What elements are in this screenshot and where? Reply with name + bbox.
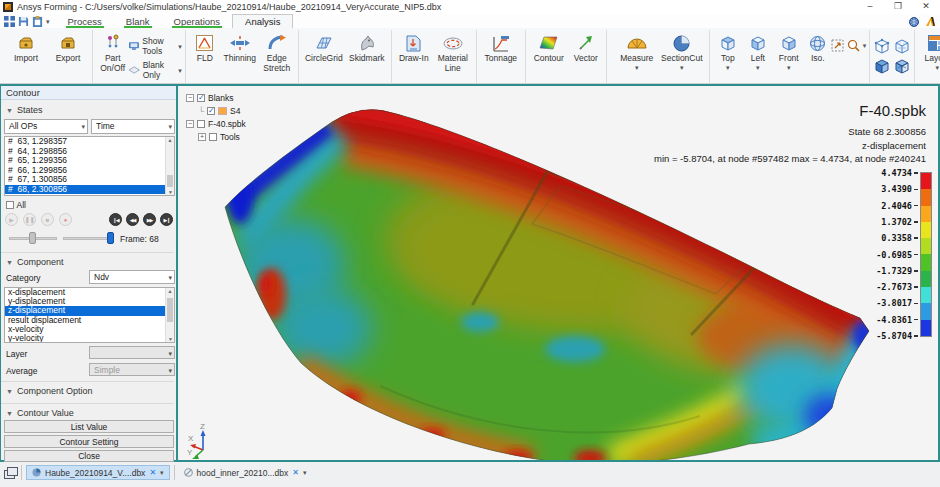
import-button[interactable]: Import bbox=[5, 31, 47, 64]
vector-icon bbox=[578, 33, 593, 53]
close-tab-icon[interactable]: ✕ bbox=[149, 468, 156, 477]
tab-operations[interactable]: Operations bbox=[162, 15, 232, 28]
expand-expander-icon[interactable]: + bbox=[198, 133, 206, 141]
record-button[interactable]: ● bbox=[59, 213, 72, 226]
shading-shaded-icon[interactable] bbox=[873, 57, 891, 75]
all-states-checkbox[interactable]: All bbox=[6, 200, 26, 210]
chevron-down-icon[interactable]: ▾ bbox=[160, 469, 164, 477]
cube-front-icon bbox=[780, 33, 798, 53]
show-tools-button[interactable]: Show Tools ▾ bbox=[129, 36, 181, 56]
component-section-header[interactable]: ▼ Component bbox=[1, 256, 176, 268]
help-icon[interactable] bbox=[909, 17, 919, 27]
frame-slider-handle[interactable] bbox=[107, 232, 114, 244]
minimize-button[interactable]: – bbox=[856, 0, 884, 14]
next-frame-button[interactable]: ▶▶ bbox=[143, 213, 156, 226]
checkbox-icon[interactable] bbox=[207, 107, 215, 115]
window-list-icon[interactable] bbox=[4, 467, 17, 479]
drawin-button[interactable]: Draw-In bbox=[395, 31, 433, 64]
export-button[interactable]: Export bbox=[47, 31, 89, 64]
component-scrollbar[interactable]: ▲▼ bbox=[165, 288, 174, 342]
close-panel-button[interactable]: Close bbox=[4, 450, 174, 462]
pause-button[interactable]: ❚❚ bbox=[23, 213, 36, 226]
contour-value-section-header[interactable]: ▼ Contour Value bbox=[1, 407, 176, 419]
paste-icon[interactable] bbox=[32, 16, 43, 27]
tree-item-blanks[interactable]: − Blanks bbox=[186, 91, 246, 104]
contour-icon bbox=[539, 33, 558, 53]
sectioncut-button[interactable]: SectionCut ▾ bbox=[658, 31, 706, 71]
view-front-button[interactable]: Front ▾ bbox=[773, 31, 805, 71]
ansys-logo-icon bbox=[925, 17, 936, 27]
tonnage-button[interactable]: Tonnage bbox=[480, 31, 522, 64]
blank-only-button[interactable]: Blank Only ▾ bbox=[129, 60, 181, 80]
close-button[interactable]: ✕ bbox=[912, 0, 940, 14]
component-item[interactable]: y-velocity bbox=[5, 334, 174, 343]
skidmark-button[interactable]: Skidmark bbox=[346, 31, 388, 64]
component-list[interactable]: x-displacement y-displacement z-displace… bbox=[4, 287, 175, 343]
prev-frame-button[interactable]: ◀◀ bbox=[126, 213, 139, 226]
component-option-section-header[interactable]: ▼ Component Option bbox=[1, 385, 176, 397]
axis-z-label: Z bbox=[200, 422, 205, 431]
edge-stretch-button[interactable]: Edge Stretch bbox=[259, 31, 295, 74]
shading-shaded-edges-icon[interactable] bbox=[893, 57, 911, 75]
first-frame-button[interactable]: ❙◀ bbox=[109, 213, 122, 226]
chevron-down-icon[interactable]: ▾ bbox=[863, 42, 867, 49]
layout-button[interactable]: Layout ▾ bbox=[918, 31, 940, 71]
tab-analysis[interactable]: Analysis bbox=[232, 14, 293, 28]
category-dropdown[interactable]: Ndv ▾ bbox=[89, 270, 175, 284]
zoom-icon[interactable] bbox=[847, 39, 860, 52]
grid-icon[interactable] bbox=[4, 16, 15, 27]
measure-button[interactable]: Measure ▾ bbox=[616, 31, 658, 71]
axis-y-label: Y bbox=[187, 448, 193, 457]
collapse-expander-icon[interactable]: − bbox=[186, 120, 194, 128]
maximize-button[interactable]: ❐ bbox=[884, 0, 912, 14]
document-tab-active[interactable]: Haube_20210914_V....dbx ✕ ▾ bbox=[26, 465, 170, 480]
state-item-selected[interactable]: # 68, 2.300856 bbox=[5, 185, 174, 195]
tab-blank[interactable]: Blank bbox=[114, 15, 162, 28]
app-window: Ansys Forming - C:/Users/volke/Simulatio… bbox=[0, 0, 940, 487]
collapse-expander-icon[interactable]: − bbox=[186, 94, 194, 102]
colorbar-segment bbox=[921, 222, 931, 238]
states-section-header[interactable]: ▼ States bbox=[1, 104, 176, 116]
chevron-down-icon[interactable]: ▾ bbox=[46, 18, 50, 25]
hood-model[interactable] bbox=[180, 86, 938, 460]
speed-slider-handle[interactable] bbox=[29, 232, 36, 244]
states-scrollbar[interactable]: ▲▼ bbox=[165, 137, 174, 195]
sort-mode-dropdown[interactable]: Time ▾ bbox=[91, 119, 175, 134]
view-left-button[interactable]: Left ▾ bbox=[743, 31, 773, 71]
tree-item-s4[interactable]: └ S4 bbox=[186, 104, 246, 117]
shading-wireframe-icon[interactable] bbox=[873, 37, 891, 55]
checkbox-icon[interactable] bbox=[197, 94, 205, 102]
part-onoff-button[interactable]: Part On/Off bbox=[96, 31, 129, 74]
document-tab[interactable]: hood_inner_20210...dbx ✕ ▾ bbox=[179, 465, 312, 480]
checkbox-icon[interactable] bbox=[197, 120, 205, 128]
circlegrid-button[interactable]: CircleGrid bbox=[302, 31, 346, 64]
colorbar-value: 3.4390 bbox=[881, 184, 918, 194]
fld-button[interactable]: FLD bbox=[189, 31, 221, 64]
ribbon-toolbar: Import Export Part On/Off Show Tools ▾ bbox=[0, 28, 940, 84]
view-iso-button[interactable]: Iso. bbox=[805, 31, 831, 64]
states-list[interactable]: # 63, 1.298357 # 64, 1.298856 # 65, 1.29… bbox=[4, 136, 175, 196]
chevron-down-icon[interactable]: ▾ bbox=[303, 469, 307, 477]
tab-process[interactable]: Process bbox=[56, 15, 114, 28]
colorbar-segment bbox=[921, 206, 931, 222]
tree-item-result-file[interactable]: − F-40.spbk bbox=[186, 117, 246, 130]
viewport-3d[interactable]: − Blanks └ S4 − F-40.spbk + bbox=[180, 86, 938, 460]
contour-setting-button[interactable]: Contour Setting bbox=[4, 435, 174, 448]
checkbox-icon[interactable] bbox=[209, 133, 217, 141]
vector-button[interactable]: Vector bbox=[569, 31, 603, 64]
frame-slider[interactable] bbox=[63, 237, 113, 240]
thinning-button[interactable]: Thinning bbox=[221, 31, 259, 64]
tree-item-tools[interactable]: + Tools bbox=[186, 130, 246, 143]
last-frame-button[interactable]: ▶❙ bbox=[160, 213, 173, 226]
close-tab-icon[interactable]: ✕ bbox=[292, 468, 299, 477]
view-top-button[interactable]: Top ▾ bbox=[713, 31, 743, 71]
contour-button[interactable]: Contour bbox=[529, 31, 569, 64]
list-value-button[interactable]: List Value bbox=[4, 420, 174, 433]
play-button[interactable]: ▶ bbox=[5, 213, 18, 226]
shading-hiddenline-icon[interactable] bbox=[893, 37, 911, 55]
fit-view-icon[interactable] bbox=[831, 39, 844, 52]
material-line-button[interactable]: Material Line bbox=[433, 31, 473, 74]
op-filter-dropdown[interactable]: All OPs ▾ bbox=[4, 119, 88, 134]
save-icon[interactable] bbox=[18, 16, 29, 27]
stop-button[interactable]: ■ bbox=[41, 213, 54, 226]
